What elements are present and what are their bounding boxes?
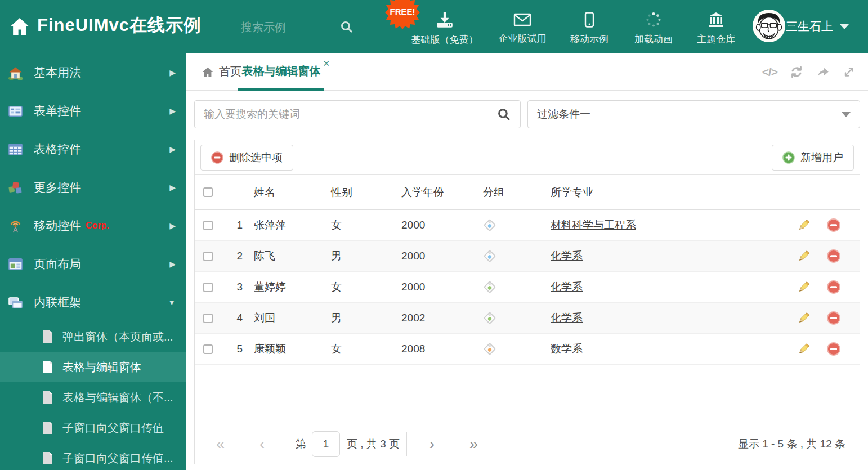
refresh-icon[interactable] [789,65,804,79]
file-icon [42,421,53,435]
nav-theme-store[interactable]: 主题仓库 [684,0,748,53]
table-row: 1 张萍萍 女 2000 材料科学与工程系 [195,210,860,241]
delete-row-icon[interactable] [827,342,840,356]
row-checkbox[interactable] [203,283,213,292]
header-search-input[interactable] [241,21,325,34]
page-suffix-label: 页 , 共 3 页 [347,437,400,451]
search-icon[interactable] [340,20,354,34]
sidebar-subitem-child-to-parent[interactable]: 子窗口向父窗口传值 [0,413,186,443]
share-icon[interactable] [816,65,830,79]
column-header-year[interactable]: 入学年份 [395,185,476,200]
edit-pencil-icon[interactable] [797,311,811,325]
cell-name: 刘国 [247,311,324,325]
table-row: 3 董婷婷 女 2000 化学系 [195,272,860,303]
filter-row: 过滤条件一 [194,100,860,128]
nav-enterprise-trial[interactable]: 企业版试用 [489,0,556,53]
nav-loading-animations[interactable]: 加载动画 [623,0,684,53]
filter-dropdown[interactable]: 过滤条件一 [527,100,860,128]
edit-pencil-icon[interactable] [797,249,811,263]
sidebar-item-page-layout[interactable]: 页面布局 ▶ [0,245,186,283]
chevron-down-icon [842,112,851,117]
sidebar-subitem-grid-edit-window[interactable]: 表格与编辑窗体 [0,352,186,382]
source-code-icon[interactable]: </> [762,65,777,79]
major-link[interactable]: 化学系 [551,250,583,262]
tab-strip: 首页 表格与编辑窗体 ✕ </> [186,53,868,91]
cell-year: 2000 [395,250,476,262]
select-all-checkbox[interactable] [203,187,213,197]
edit-pencil-icon[interactable] [797,280,811,294]
nav-mobile-demo[interactable]: 移动示例 [556,0,623,53]
edit-pencil-icon[interactable] [797,218,811,232]
app-title: FineUIMvc在线示例 [37,14,202,37]
sidebar-item-mobile-controls[interactable]: 移动控件 Corp. ▶ [0,207,186,245]
cell-name: 董婷婷 [247,280,324,294]
pagination-bar: « ‹ 第 页 , 共 3 页 › » 显示 1 - 5 条 , 共 12 条 [195,424,860,464]
sidebar-subitem-popup-window[interactable]: 弹出窗体（本页面或... [0,321,186,352]
envelope-icon [513,12,531,27]
delete-row-icon[interactable] [827,311,840,325]
column-header-group[interactable]: 分组 [476,185,544,200]
user-avatar[interactable] [753,10,785,42]
sidebar-subitem-child-to-parent-2[interactable]: 子窗口向父窗口传值... [0,443,186,470]
add-user-button[interactable]: 新增用户 [772,145,854,171]
sidebar-item-more-controls[interactable]: 更多控件 ▶ [0,168,186,207]
sidebar-item-grid-controls[interactable]: 表格控件 ▶ [0,130,186,168]
table-icon [8,142,23,157]
nav-label: 加载动画 [634,33,673,46]
nav-label: 主题仓库 [697,33,735,46]
file-icon [42,451,53,465]
chevron-down-icon: ▼ [168,298,176,307]
sidebar: 基本用法 ▶ 表单控件 ▶ 表格控件 ▶ [0,53,186,470]
nav-label: 企业版试用 [499,32,547,45]
delete-row-icon[interactable] [827,218,840,232]
column-header-gender[interactable]: 性别 [324,185,395,200]
sidebar-item-basic-usage[interactable]: 基本用法 ▶ [0,53,186,92]
next-page-button[interactable]: › [429,437,435,452]
chevron-right-icon: ▶ [169,106,176,115]
delete-row-icon[interactable] [827,280,840,294]
edit-pencil-icon[interactable] [797,342,811,356]
row-checkbox[interactable] [203,314,213,323]
major-link[interactable]: 化学系 [551,312,583,324]
row-checkbox[interactable] [203,344,213,354]
delete-row-icon[interactable] [827,249,840,263]
chevron-down-icon [840,24,849,29]
row-checkbox[interactable] [203,252,213,261]
windows-icon [8,295,23,310]
major-link[interactable]: 数学系 [551,343,583,355]
delete-selected-button[interactable]: 删除选中项 [200,145,293,171]
cell-gender: 男 [324,249,395,263]
pager-divider [406,432,407,456]
tab-home[interactable]: 首页 [202,53,241,90]
search-icon[interactable] [497,108,511,122]
close-icon[interactable]: ✕ [323,59,330,69]
home-icon[interactable] [9,16,30,37]
first-page-button[interactable]: « [216,437,225,452]
expand-icon[interactable] [842,65,856,79]
cell-year: 2000 [395,219,476,231]
tag-icon [483,280,496,294]
cell-year: 2002 [395,312,476,324]
chevron-right-icon: ▶ [169,68,176,77]
cell-name: 康颖颖 [247,342,324,356]
user-menu[interactable]: 三生石上 [786,19,849,34]
sidebar-item-iframe[interactable]: 内联框架 ▼ [0,283,186,321]
add-user-label: 新增用户 [800,150,843,165]
page-number-input[interactable] [312,431,340,457]
grid-panel: 删除选中项 新增用户 姓名 性别 入学年份 分组 所学专业 [194,140,860,464]
major-link[interactable]: 化学系 [551,281,583,293]
keyword-search-input[interactable] [204,108,497,120]
prev-page-button[interactable]: ‹ [259,437,265,452]
row-checkbox[interactable] [203,221,213,230]
last-page-button[interactable]: » [469,437,478,452]
major-link[interactable]: 材料科学与工程系 [551,219,636,231]
tab-grid-edit-window[interactable]: 表格与编辑窗体 ✕ [238,53,324,91]
sidebar-item-form-controls[interactable]: 表单控件 ▶ [0,92,186,130]
tag-icon [483,249,496,263]
form-icon [8,104,23,119]
chevron-right-icon: ▶ [169,259,176,268]
column-header-major[interactable]: 所学专业 [544,185,792,200]
sidebar-subitem-grid-edit-window-2[interactable]: 表格与编辑窗体（不... [0,382,186,413]
file-icon [42,330,53,343]
column-header-name[interactable]: 姓名 [247,185,324,200]
